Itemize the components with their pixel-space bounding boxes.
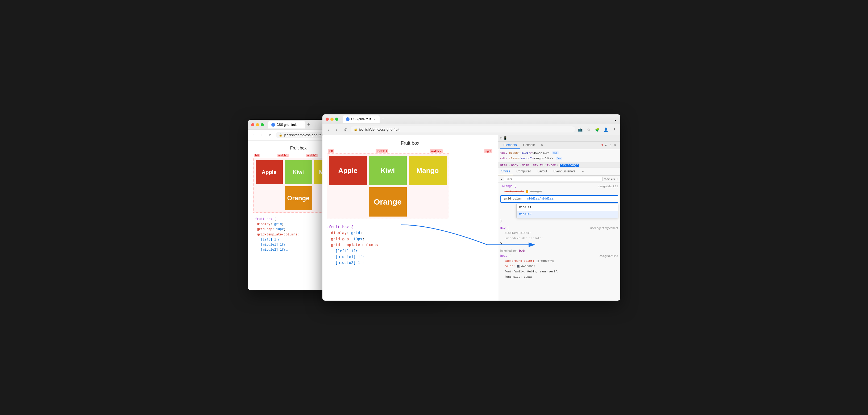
bw2-content: Fruit box left middle1 middle2 right App… [322,135,620,300]
window-menu-2[interactable]: ⌄ [614,117,617,122]
filter-icon-2: ⬥ [500,178,502,181]
fruit-kiwi-1: Kiwi [285,160,312,184]
traffic-lights-2 [326,118,338,121]
bc2-html[interactable]: html [500,164,507,167]
active-tab-2[interactable]: CSS grid- fruit × [343,116,380,123]
css-code-2: .fruit-box { display: grid; grid-gap: 10… [327,224,494,266]
orange-bg-rule: background: orange; [500,189,618,194]
profile-button-2[interactable]: 👤 [603,126,609,133]
div-close-2: } [500,241,618,247]
tab-title-1: CSS grid- fruit [277,123,297,127]
orange-selector-2: .orange { css-grid-fruit:11 [500,184,618,189]
inherited-label-2: Inherited from body [500,248,618,254]
traffic-lights-1 [251,123,264,126]
styles-area-2: .orange { css-grid-fruit:11 background: … [498,183,620,281]
refresh-button-2[interactable]: ↺ [342,126,348,133]
grid-labels-2: left middle1 middle2 right [327,149,494,153]
settings-icon-2[interactable]: ⚙ [605,143,607,147]
dt-console-2[interactable]: Console [520,141,538,149]
tab-title-2: CSS grid- fruit [351,117,371,121]
grid-col-value-2: middle1/middle2; [527,197,555,200]
maximize-button-1[interactable] [261,123,264,126]
filter-input-2[interactable] [504,177,602,182]
filter-bar-2: ⬥ :hov .cls + [498,175,620,183]
st2-more[interactable]: » [579,168,587,175]
new-tab-button-1[interactable]: + [305,121,312,128]
title-bar-2: CSS grid- fruit × + ⌄ [322,115,620,124]
label-right-2: right [484,149,492,153]
plus-icon-2[interactable]: + [616,178,618,181]
fruit-mango-2: Mango [409,156,446,185]
breadcrumb-2: html › body › main › div.fruit-box › div… [498,163,620,168]
address-bar-2: ‹ › ↺ 🔒 jec.fish/demo/css-grid-fruit 📺 ☆… [322,124,620,135]
body-selector-2: body { css-grid-fruit:3 [500,254,618,259]
div-display-2: display: block; [500,231,618,236]
html-kiwi-2: <div class="kiwi">Kiwi</div> flex [500,150,618,156]
fruit-box-title-2: Fruit box [327,140,494,146]
fruit-orange-2: Orange [369,187,407,217]
label-middle1-1: middle1 [277,154,289,157]
fruit-kiwi-2: Kiwi [369,156,407,185]
minimize-button-1[interactable] [256,123,259,126]
ac-item-middle2[interactable]: middle2 [517,211,618,218]
div-unicode-2: unicode-bidi: isolate; [500,236,618,241]
ac-item-middle1[interactable]: middle1 [517,204,618,211]
bc2-body[interactable]: body [511,164,518,167]
maximize-button-2[interactable] [335,118,338,121]
dt-elements-2[interactable]: Elements [500,141,520,149]
fruit-apple-1: Apple [256,160,283,184]
devtools-tabs-2: Elements Console » 1 ⚙ ⋮ × [498,141,620,149]
st2-styles[interactable]: Styles [498,168,514,175]
label-left-2: left [328,149,334,153]
devtools-toolbar-2: ⬚ 📱 [498,135,620,141]
bc2-orange[interactable]: div.orange [560,164,579,167]
lock-icon-2: 🔒 [354,128,358,131]
refresh-button-1[interactable]: ↺ [267,132,274,138]
close-button-1[interactable] [251,123,254,126]
menu-button-2[interactable]: ⋮ [611,126,618,133]
autocomplete-popup: middle1 middle2 [516,204,618,218]
tab-favicon-2 [346,117,349,121]
dt-more-2[interactable]: » [538,141,547,149]
file-ref-orange: css-grid-fruit:11 [598,184,618,189]
dt-close-2[interactable]: × [614,143,616,147]
label-left-1: left [254,154,260,157]
tab-close-2[interactable]: × [373,117,376,121]
st2-computed[interactable]: Computed [513,168,534,175]
url-text-1: jec.fish/demo/css-grid-fruit [284,133,324,137]
cast-button-2[interactable]: 📺 [577,126,584,133]
flex-badge-kiwi: flex [552,151,559,154]
back-button-2[interactable]: ‹ [325,126,332,133]
extension-button-2[interactable]: 🧩 [594,126,601,133]
bc2-fruitbox[interactable]: div.fruit-box [533,164,556,167]
active-tab-1[interactable]: CSS grid- fruit × [268,121,305,128]
body-bg-2: background-color: #eceff4; [500,259,618,264]
body-color-2: color: #4c566a; [500,264,618,269]
tab-bar-2: CSS grid- fruit × + [343,116,612,123]
styles-tabs-2: Styles Computed Layout Event Listeners » [498,168,620,175]
minimize-button-2[interactable] [331,118,334,121]
html-mango-2: <div class="mango">Mango</div> flex [500,156,618,161]
bc2-main[interactable]: main [522,164,529,167]
back-button-1[interactable]: ‹ [250,132,256,138]
fruit-grid-2: Apple Kiwi Mango Orange [327,154,449,219]
forward-button-1[interactable]: › [258,132,265,138]
device-icon-2[interactable]: 📱 [503,136,507,140]
label-middle1-2: middle1 [376,149,389,153]
agent-stylesheet-2: user agent stylesheet [590,226,618,231]
bookmark-button-2[interactable]: ☆ [586,126,592,133]
close-button-2[interactable] [326,118,329,121]
middle-page-2: Fruit box left middle1 middle2 right App… [322,135,498,300]
tab-close-1[interactable]: × [298,123,302,127]
st2-layout[interactable]: Layout [534,168,550,175]
new-tab-button-2[interactable]: + [380,116,387,123]
error-count-2: 1 [601,143,603,147]
st2-event[interactable]: Event Listeners [550,168,579,175]
hov-cls-2[interactable]: :hov .cls [604,178,615,181]
dt-right-icons-2: 1 ⚙ ⋮ × [599,141,618,149]
dt-menu-2[interactable]: ⋮ [609,143,612,147]
url-bar-2[interactable]: 🔒 jec.fish/demo/css-grid-fruit [351,126,575,132]
forward-button-2[interactable]: › [334,126,340,133]
url-text-2: jec.fish/demo/css-grid-fruit [359,127,400,131]
inspect-icon-2[interactable]: ⬚ [500,136,502,140]
